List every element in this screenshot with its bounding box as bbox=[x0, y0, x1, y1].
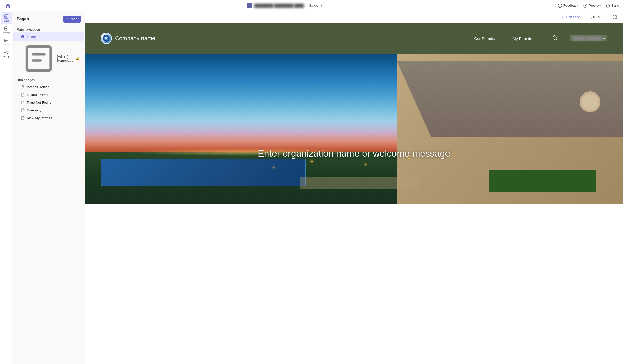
pages-panel-title: Pages bbox=[17, 17, 29, 22]
top-bar-right: Feedback Preview Sync bbox=[558, 4, 619, 8]
nav-item-default-permit[interactable]: Default Permit bbox=[13, 91, 84, 98]
nav-item-page-not-found[interactable]: Page Not Found bbox=[13, 98, 84, 106]
zoom-button[interactable]: 100% bbox=[586, 14, 606, 20]
svg-rect-5 bbox=[4, 39, 8, 40]
light-dot-3 bbox=[273, 167, 274, 168]
edit-code-button[interactable]: Edit code bbox=[559, 14, 582, 20]
svg-point-11 bbox=[589, 16, 591, 18]
svg-point-0 bbox=[558, 4, 562, 8]
sidebar-item-data[interactable]: Data bbox=[1, 36, 12, 48]
title-dropdown-button[interactable]: ▾ bbox=[321, 4, 322, 8]
site-logo-icon bbox=[101, 33, 112, 44]
svg-point-4 bbox=[5, 28, 7, 29]
lock-icon: 🔒 bbox=[75, 56, 80, 60]
admin-homepage-label: [Admin] Homepage bbox=[57, 55, 73, 62]
hedge bbox=[489, 170, 596, 192]
site-nav-links: Our Permits | My Permits | █████ ██████ bbox=[474, 35, 607, 42]
sidebar-item-styling-label: Styling bbox=[3, 32, 10, 34]
top-bar-center: ████████ ████████ ████ - Saved ▾ bbox=[247, 3, 322, 8]
main-nav-section-label: Main navigation bbox=[12, 26, 85, 32]
pages-panel: Pages + Page Main navigation Home ••• [A… bbox=[12, 11, 85, 364]
expand-button[interactable] bbox=[611, 14, 619, 20]
site-nav: Company name Our Permits | My Permits | bbox=[85, 23, 623, 54]
preview-button[interactable]: Preview bbox=[583, 4, 601, 8]
hero-canvas bbox=[85, 54, 623, 204]
svg-point-8 bbox=[5, 52, 7, 53]
nav-item-home[interactable]: Home ••• bbox=[13, 32, 84, 41]
sidebar-item-styling[interactable]: Styling bbox=[1, 24, 12, 36]
search-icon[interactable] bbox=[552, 35, 558, 42]
light-dot-2 bbox=[365, 164, 366, 165]
add-page-button[interactable]: + Page bbox=[63, 16, 81, 23]
nav-item-admin-homepage[interactable]: [Admin] Homepage 🔒 bbox=[13, 41, 84, 76]
sync-button[interactable]: Sync bbox=[606, 4, 619, 8]
saved-status: - bbox=[306, 4, 307, 8]
pages-panel-header: Pages + Page bbox=[12, 11, 85, 26]
nav-item-access-denied[interactable]: Access Denied bbox=[13, 83, 84, 91]
home-nav-icon[interactable] bbox=[4, 2, 11, 9]
nav-item-home-label: Home bbox=[27, 35, 73, 39]
nav-item-summary[interactable]: Summary bbox=[13, 106, 84, 114]
nav-separator-2: | bbox=[540, 36, 542, 41]
top-bar: ████████ ████████ ████ - Saved ▾ Feedbac… bbox=[0, 0, 623, 11]
sidebar-item-setup[interactable]: Set up bbox=[1, 48, 12, 60]
more-options-dots[interactable] bbox=[6, 61, 6, 69]
doc-icon bbox=[247, 3, 252, 8]
svg-point-16 bbox=[553, 36, 556, 39]
other-pages-section-label: Other pages bbox=[12, 76, 85, 83]
top-bar-left bbox=[4, 2, 11, 9]
lounger-area bbox=[300, 177, 419, 189]
sidebar-item-pages-label: Pages bbox=[3, 20, 10, 22]
preview-area: Company name Our Permits | My Permits | bbox=[85, 23, 623, 364]
saved-label: Saved bbox=[309, 4, 319, 8]
feedback-button[interactable]: Feedback bbox=[558, 4, 578, 8]
user-dropdown-icon: ▾ bbox=[603, 36, 605, 40]
hero-section: Enter organization name or welcome messa… bbox=[85, 54, 623, 204]
content-area: Edit code 100% bbox=[85, 11, 623, 364]
nav-separator: | bbox=[503, 36, 505, 41]
access-denied-label: Access Denied bbox=[27, 85, 80, 89]
pool bbox=[101, 159, 306, 186]
website-preview: Company name Our Permits | My Permits | bbox=[85, 23, 623, 364]
hero-message: Enter organization name or welcome messa… bbox=[85, 148, 623, 159]
svg-rect-7 bbox=[4, 42, 6, 42]
sidebar-item-setup-label: Set up bbox=[3, 55, 9, 58]
nav-item-view-my-permits[interactable]: View My Permits bbox=[13, 114, 84, 122]
svg-point-15 bbox=[105, 37, 106, 38]
page-not-found-label: Page Not Found bbox=[27, 101, 80, 104]
icon-sidebar: Pages Styling Data Set up bbox=[0, 11, 12, 364]
site-logo: Company name bbox=[101, 33, 464, 44]
sidebar-item-data-label: Data bbox=[4, 44, 9, 46]
svg-rect-6 bbox=[4, 40, 8, 41]
light-dot-1 bbox=[311, 161, 313, 162]
nav-link-my-permits[interactable]: My Permits bbox=[513, 36, 532, 41]
sidebar-item-pages[interactable]: Pages bbox=[1, 12, 12, 24]
preview-toolbar: Edit code 100% bbox=[85, 11, 623, 23]
zoom-level: 100% bbox=[593, 15, 601, 19]
document-title: ████████ ████████ ████ bbox=[254, 4, 304, 8]
site-logo-text: Company name bbox=[115, 35, 155, 42]
summary-label: Summary bbox=[27, 108, 80, 112]
user-menu[interactable]: █████ ██████ ▾ bbox=[570, 35, 607, 41]
view-my-permits-label: View My Permits bbox=[27, 116, 80, 120]
main-layout: Pages Styling Data Set up bbox=[0, 11, 623, 364]
round-window bbox=[580, 91, 600, 112]
nav-link-our-permits[interactable]: Our Permits bbox=[474, 36, 495, 41]
user-name: █████ ██████ bbox=[573, 36, 602, 40]
default-permit-label: Default Permit bbox=[27, 93, 80, 97]
